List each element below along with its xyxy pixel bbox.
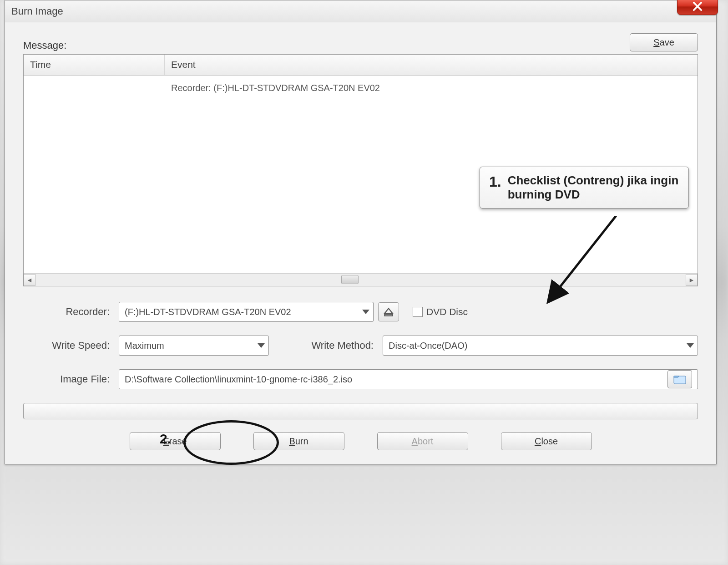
scroll-thumb[interactable] [341,275,359,284]
save-button-label: Save [653,37,674,48]
svg-rect-0 [384,314,392,316]
annotation-step2-number: 2. [160,431,171,447]
cell-time [24,78,165,98]
close-button[interactable]: Close [501,432,592,450]
column-event[interactable]: Event [165,55,698,75]
message-log-header: Time Event [24,55,698,76]
table-row: Recorder: (F:)HL-DT-STDVDRAM GSA-T20N EV… [24,78,698,98]
recorder-value: (F:)HL-DT-STDVDRAM GSA-T20N EV02 [125,307,291,317]
scroll-right-arrow-icon[interactable]: ► [686,274,698,286]
dvd-disc-label: DVD Disc [426,306,468,317]
close-button-label: Close [535,436,558,447]
image-file-label: Image File: [23,373,114,385]
abort-button: Abort [377,432,468,450]
eject-button[interactable] [378,302,399,321]
write-speed-value: Maximum [125,341,164,351]
close-icon [691,0,704,13]
progress-bar [23,403,698,419]
abort-button-label: Abort [412,436,434,447]
dvd-disc-checkbox[interactable] [413,307,423,317]
annotation-arrow-icon [543,216,662,316]
column-time[interactable]: Time [24,55,165,75]
write-speed-select[interactable]: Maximum [119,336,269,356]
write-method-value: Disc-at-Once(DAO) [389,341,467,351]
recorder-label: Recorder: [23,306,114,318]
write-method-select[interactable]: Disc-at-Once(DAO) [383,336,698,356]
window-title: Burn Image [11,5,63,17]
chevron-down-icon [258,343,265,348]
chevron-down-icon [687,343,694,348]
save-button[interactable]: Save [630,33,698,51]
burn-image-dialog: Burn Image Message: Save Time Event Reco… [5,0,717,464]
scroll-left-arrow-icon[interactable]: ◄ [24,274,35,286]
window-close-button[interactable] [677,0,718,15]
write-method-label: Write Method: [273,340,378,351]
browse-button[interactable] [667,370,692,388]
message-label: Message: [23,40,66,51]
annotation-step1-number: 1. [489,173,501,202]
annotation-step1-text: Checklist (Contreng) jika ingin burning … [508,173,679,202]
image-file-input[interactable]: D:\Software Collection\linuxmint-10-gnom… [119,369,698,389]
eject-icon [383,306,394,318]
annotation-step1-callout: 1. Checklist (Contreng) jika ingin burni… [480,167,689,209]
erase-button[interactable]: Erase [130,432,221,450]
image-file-value: D:\Software Collection\linuxmint-10-gnom… [125,374,352,385]
recorder-select[interactable]: (F:)HL-DT-STDVDRAM GSA-T20N EV02 [119,302,374,322]
burn-button[interactable]: Burn [253,432,344,450]
dvd-disc-option[interactable]: DVD Disc [413,306,468,317]
burn-button-label: Burn [289,436,308,447]
chevron-down-icon [362,310,369,314]
cell-event: Recorder: (F:)HL-DT-STDVDRAM GSA-T20N EV… [165,78,698,98]
write-speed-label: Write Speed: [23,340,114,351]
titlebar: Burn Image [5,0,716,22]
folder-icon [673,374,686,384]
